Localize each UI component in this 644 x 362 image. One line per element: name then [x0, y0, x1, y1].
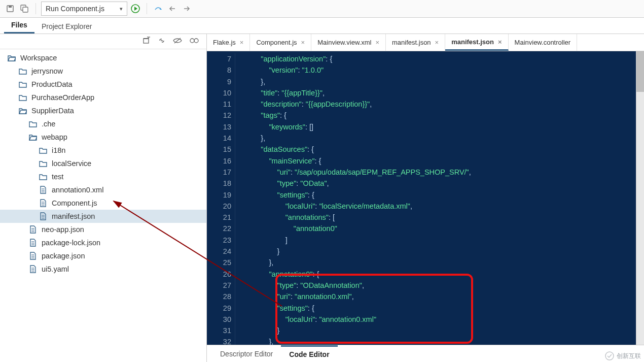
folder-icon: [18, 93, 27, 102]
editor-tab[interactable]: Component.js×: [250, 34, 311, 51]
top-toolbar: Run Component.js ▾: [0, 0, 644, 18]
workspace-tabs: Files Project Explorer: [0, 18, 644, 34]
tree-label: package.json: [42, 252, 85, 260]
svg-point-36: [605, 352, 614, 360]
folder-icon: [39, 172, 48, 181]
editor-bottom-tabs: Descriptor Editor Code Editor: [207, 345, 644, 362]
tree-item[interactable]: i18n: [0, 144, 206, 157]
close-icon[interactable]: ×: [240, 39, 244, 46]
svg-marker-5: [134, 7, 137, 11]
folder-icon: [28, 119, 38, 128]
tab-project-explorer[interactable]: Project Explorer: [34, 19, 99, 34]
editor-tab-label: Flake.js: [213, 39, 236, 46]
step-in-icon[interactable]: [166, 3, 178, 15]
svg-rect-7: [144, 39, 149, 43]
tree-item[interactable]: annotation0.xml: [0, 183, 206, 196]
file-icon: [28, 251, 38, 260]
folder-icon: [39, 146, 48, 155]
files-tree[interactable]: WorkspacejerrysnowProductDataPurchaseOrd…: [0, 49, 206, 362]
scrollbar-thumb[interactable]: [636, 51, 644, 92]
step-over-icon[interactable]: [152, 3, 164, 15]
folder-open-icon: [18, 106, 27, 115]
line-number-gutter: 7891011121314151617181920212223242526272…: [207, 53, 236, 345]
tree-item[interactable]: package-lock.json: [0, 236, 206, 249]
vertical-scrollbar[interactable]: [636, 51, 644, 345]
close-icon[interactable]: ×: [435, 39, 439, 46]
tree-item[interactable]: ProductData: [0, 78, 206, 91]
code-content[interactable]: "applicationVersion": { "version": "1.0.…: [236, 53, 644, 345]
main-area: WorkspacejerrysnowProductDataPurchaseOrd…: [0, 34, 644, 362]
editor-tab-label: manifest.json: [451, 38, 494, 46]
tree-label: localService: [52, 159, 91, 168]
tree-label: ui5.yaml: [42, 265, 69, 273]
tree-label: neo-app.json: [42, 225, 84, 234]
tree-item[interactable]: neo-app.json: [0, 223, 206, 236]
tab-files[interactable]: Files: [4, 18, 34, 34]
tree-label: PurchaseOrderApp: [31, 93, 94, 102]
folder-open-icon: [7, 53, 16, 62]
tree-item[interactable]: PurchaseOrderApp: [0, 91, 206, 104]
editor-tabs: Flake.js×Component.js×Mainview.view.xml×…: [207, 34, 644, 51]
editor-tab[interactable]: Mainview.controller: [509, 34, 578, 51]
file-icon: [28, 225, 38, 234]
tree-label: SupplierData: [31, 107, 74, 115]
editor-tab[interactable]: manifest.json×: [445, 34, 508, 51]
tree-root[interactable]: Workspace: [0, 51, 206, 64]
svg-rect-1: [9, 6, 12, 8]
save-icon[interactable]: [4, 3, 16, 15]
tree-item[interactable]: ui5.yaml: [0, 262, 206, 276]
folder-icon: [18, 80, 27, 89]
tree-label: manifest.json: [52, 212, 95, 220]
tab-descriptor-editor[interactable]: Descriptor Editor: [212, 345, 281, 362]
tree-label: ProductData: [31, 80, 73, 88]
tree-label: jerrysnow: [31, 67, 63, 75]
step-out-icon[interactable]: [181, 3, 193, 15]
editor-tab-label: Mainview.view.xml: [317, 39, 371, 46]
folder-icon: [39, 159, 48, 168]
file-icon: [28, 238, 38, 247]
tree-label: i18n: [52, 146, 65, 154]
tree-label: test: [52, 173, 63, 181]
tree-item[interactable]: SupplierData: [0, 104, 206, 117]
editor-tab-label: manifest.json: [392, 39, 431, 46]
file-icon: [39, 185, 48, 194]
tree-item[interactable]: localService: [0, 157, 206, 170]
tree-item[interactable]: Component.js: [0, 196, 206, 210]
tree-item[interactable]: jerrysnow: [0, 64, 206, 78]
folder-icon: [18, 67, 27, 76]
tree-label: .che: [42, 120, 55, 128]
editor-panel: Flake.js×Component.js×Mainview.view.xml×…: [207, 34, 644, 362]
file-icon: [28, 265, 38, 274]
code-area[interactable]: 7891011121314151617181920212223242526272…: [207, 51, 644, 345]
tree-item[interactable]: webapp: [0, 130, 206, 144]
editor-tab[interactable]: manifest.json×: [386, 34, 445, 51]
preview-icon[interactable]: [189, 37, 199, 46]
editor-tab[interactable]: Flake.js×: [207, 34, 250, 51]
files-panel: WorkspacejerrysnowProductDataPurchaseOrd…: [0, 34, 207, 362]
tab-code-editor[interactable]: Code Editor: [281, 345, 337, 362]
file-icon: [39, 199, 48, 208]
close-icon[interactable]: ×: [301, 39, 305, 46]
chevron-down-icon: ▾: [120, 6, 123, 12]
svg-rect-3: [23, 7, 28, 12]
folder-open-icon: [28, 133, 38, 142]
close-icon[interactable]: ×: [498, 38, 502, 46]
tree-item[interactable]: manifest.json: [0, 210, 206, 223]
close-icon[interactable]: ×: [375, 39, 379, 46]
watermark: 创新互联: [604, 351, 641, 361]
tree-label: annotation0.xml: [52, 186, 103, 194]
editor-tab-label: Component.js: [256, 39, 297, 46]
save-all-icon[interactable]: [18, 3, 30, 15]
editor-tab[interactable]: Mainview.view.xml×: [311, 34, 386, 51]
tree-item[interactable]: .che: [0, 117, 206, 130]
run-button[interactable]: [129, 3, 141, 15]
tree-item[interactable]: test: [0, 170, 206, 183]
hide-icon[interactable]: [173, 37, 182, 46]
collapse-icon[interactable]: [142, 37, 151, 47]
file-icon: [39, 212, 48, 221]
tree-label: Component.js: [52, 199, 97, 207]
tree-item[interactable]: package.json: [0, 249, 206, 262]
link-icon[interactable]: [158, 37, 166, 47]
run-config-select[interactable]: Run Component.js ▾: [41, 2, 127, 16]
tree-label: package-lock.json: [42, 239, 100, 247]
